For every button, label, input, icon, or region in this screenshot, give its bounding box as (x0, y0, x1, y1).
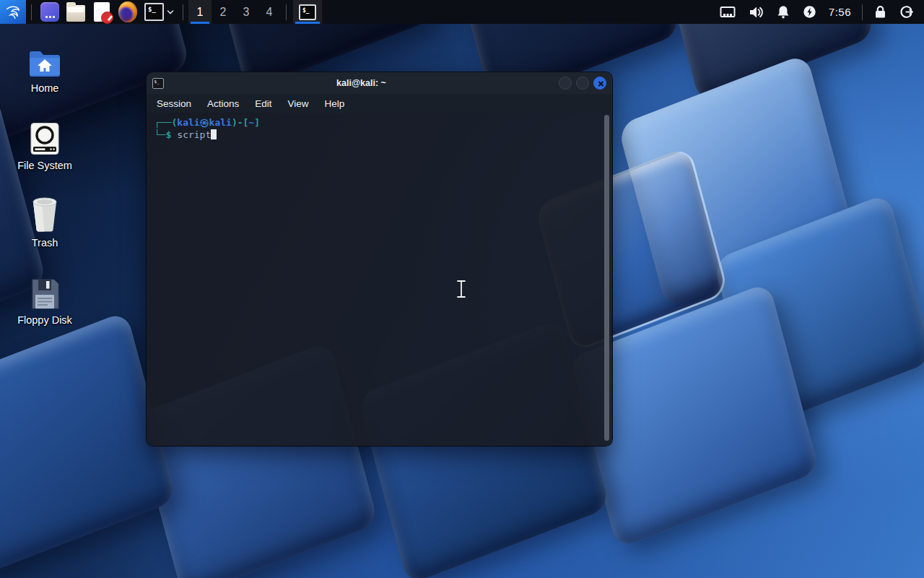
panel-separator (862, 4, 863, 20)
desktop-icon-label: Trash (32, 237, 58, 249)
text-editor-icon (94, 2, 110, 22)
tray-power-manager-button[interactable] (796, 0, 823, 24)
workspace-4[interactable]: 4 (258, 0, 281, 24)
tray-notifications-button[interactable] (770, 0, 796, 24)
file-manager-icon (66, 5, 85, 22)
terminal-menubar: Session Actions Edit View Help (147, 94, 612, 113)
workspace-1[interactable]: 1 (188, 0, 212, 24)
workspace-3[interactable]: 3 (235, 0, 258, 24)
panel-right-section: 7:56 (713, 0, 924, 24)
tray-volume-button[interactable] (742, 0, 770, 24)
terminal-scrollbar[interactable] (604, 115, 609, 441)
maximize-button[interactable] (576, 77, 589, 90)
desktop-icon-home[interactable]: Home (12, 38, 78, 115)
logout-button[interactable] (893, 0, 920, 24)
kali-dragon-icon (4, 2, 22, 22)
chevron-down-icon (167, 9, 174, 16)
launcher-firefox[interactable] (115, 0, 141, 24)
minimize-button[interactable] (559, 77, 572, 90)
ibeam-mouse-cursor (456, 279, 467, 299)
kali-menu-button[interactable] (0, 0, 26, 24)
terminal-line: └─$ script (154, 129, 598, 141)
terminal-icon: $_ (144, 3, 164, 21)
menu-session[interactable]: Session (157, 98, 191, 109)
bell-icon (777, 5, 790, 19)
menu-view[interactable]: View (288, 98, 309, 109)
terminal-line: ┌──(kali㉿kali)-[~] (154, 116, 598, 129)
desktop-icon-file-system[interactable]: File System (12, 115, 78, 192)
desktop-icon-floppy-disk[interactable]: Floppy Disk (12, 269, 78, 347)
panel-separator (286, 4, 287, 20)
floppy-disk-icon (30, 278, 60, 310)
firefox-icon (118, 1, 137, 22)
lock-screen-button[interactable] (868, 0, 893, 24)
desktop-icon-label: File System (17, 160, 72, 171)
panel-separator (183, 4, 183, 20)
desktop-icon-label: Home (31, 82, 59, 94)
network-icon (720, 6, 736, 19)
desktop-icon-column: Home File System (12, 38, 78, 347)
desktop-icon-label: Floppy Disk (17, 314, 72, 326)
window-controls (559, 77, 606, 90)
menu-actions[interactable]: Actions (207, 98, 239, 109)
lock-icon (874, 5, 886, 19)
trash-icon (30, 197, 60, 233)
volume-icon (749, 6, 764, 19)
terminal-icon: $_ (299, 4, 316, 20)
terminal-text-cursor (211, 129, 217, 139)
top-panel: $_ 1 2 3 4 $_ (0, 0, 924, 24)
terminal-output-area[interactable]: ┌──(kali㉿kali)-[~]└─$ script (147, 113, 612, 446)
menu-edit[interactable]: Edit (255, 98, 271, 109)
launcher-text-editor[interactable] (89, 0, 115, 24)
taskbar-terminal-window-button[interactable]: $_ (293, 0, 322, 24)
workspace-2[interactable]: 2 (212, 0, 235, 24)
window-terminal-icon: $_ (152, 78, 164, 89)
close-button[interactable] (593, 77, 606, 90)
panel-separator (31, 4, 32, 20)
terminal-window: $_ kali@kali: ~ Session Actions Edit Vie… (147, 72, 612, 446)
window-titlebar[interactable]: $_ kali@kali: ~ (147, 72, 612, 94)
desktop-icon-trash[interactable]: Trash (12, 192, 78, 269)
menu-help[interactable]: Help (325, 98, 345, 109)
panel-left-section: $_ 1 2 3 4 $_ (0, 0, 322, 24)
home-folder-icon (27, 49, 62, 78)
panel-clock[interactable]: 7:56 (823, 6, 857, 18)
power-manager-icon (803, 5, 816, 19)
tray-network-button[interactable] (713, 0, 742, 24)
launcher-file-manager[interactable] (63, 0, 89, 24)
hard-drive-icon (30, 122, 60, 155)
logout-icon (899, 5, 913, 19)
desktop-screen: $_ 1 2 3 4 $_ (0, 0, 924, 578)
launcher-terminal-dropdown[interactable]: $_ (141, 0, 178, 24)
launcher-dashboard[interactable] (37, 0, 63, 24)
window-title: kali@kali: ~ (164, 78, 559, 88)
dashboard-icon (40, 2, 59, 22)
terminal-prompt-lines: ┌──(kali㉿kali)-[~]└─$ script (154, 116, 598, 141)
